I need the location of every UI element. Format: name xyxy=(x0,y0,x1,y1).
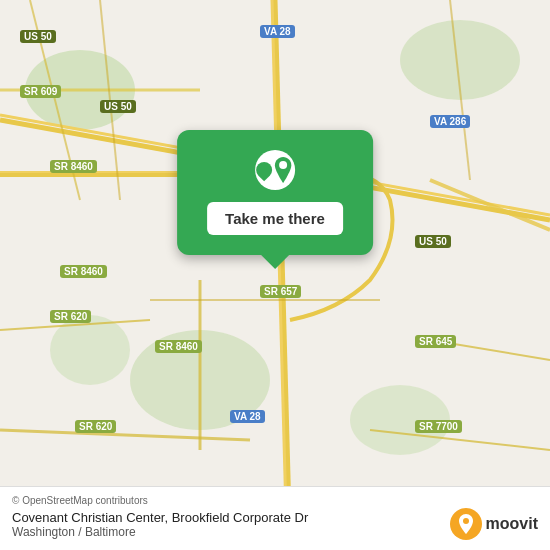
svg-point-22 xyxy=(279,161,287,169)
region-name: Washington / Baltimore xyxy=(12,525,308,539)
label-va286: VA 286 xyxy=(430,115,470,128)
svg-line-15 xyxy=(0,430,250,440)
label-us50-right: US 50 xyxy=(415,235,451,248)
moovit-text: moovit xyxy=(486,515,538,533)
svg-point-24 xyxy=(463,518,469,524)
label-sr609: SR 609 xyxy=(20,85,61,98)
label-us50-mid: US 50 xyxy=(100,100,136,113)
info-bar: © OpenStreetMap contributors Covenant Ch… xyxy=(0,486,550,550)
label-sr657: SR 657 xyxy=(260,285,301,298)
label-sr8460-3: SR 8460 xyxy=(155,340,202,353)
label-sr8460-2: SR 8460 xyxy=(60,265,107,278)
moovit-logo[interactable]: moovit xyxy=(450,508,538,540)
moovit-icon xyxy=(450,508,482,540)
location-pin-icon xyxy=(255,150,295,190)
copyright-text: © OpenStreetMap contributors xyxy=(12,495,538,506)
svg-line-7 xyxy=(275,0,290,550)
label-us50-top: US 50 xyxy=(20,30,56,43)
svg-line-16 xyxy=(430,180,550,230)
label-sr620-1: SR 620 xyxy=(50,310,91,323)
label-va28-bottom: VA 28 xyxy=(230,410,265,423)
label-va28-top: VA 28 xyxy=(260,25,295,38)
map-container: US 50 VA 28 VA 286 US 50 SR 609 SR 8460 … xyxy=(0,0,550,550)
location-name: Covenant Christian Center, Brookfield Co… xyxy=(12,510,308,525)
label-sr645: SR 645 xyxy=(415,335,456,348)
label-sr620-2: SR 620 xyxy=(75,420,116,433)
location-popup: Take me there xyxy=(177,130,373,255)
label-sr8460-1: SR 8460 xyxy=(50,160,97,173)
label-sr7700: SR 7700 xyxy=(415,420,462,433)
take-me-there-button[interactable]: Take me there xyxy=(207,202,343,235)
